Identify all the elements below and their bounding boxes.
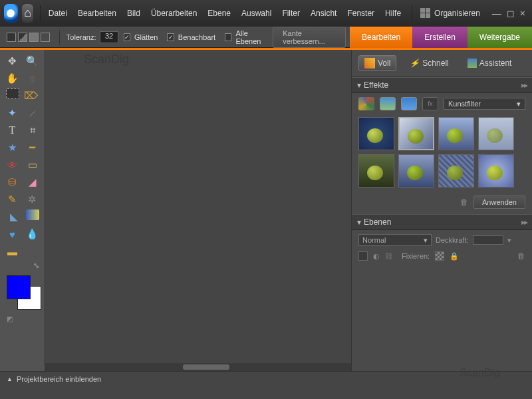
menu-enhance[interactable]: Überarbeiten <box>146 0 202 27</box>
adjustment-layer-icon[interactable]: ◐ <box>373 252 380 261</box>
crop-tool[interactable]: ⌗ <box>25 123 41 138</box>
zoom-tool[interactable]: 🔍 <box>25 54 41 68</box>
dropdown-arrow-icon: ▾ <box>517 100 521 108</box>
delete-layer-icon[interactable]: 🗑 <box>517 251 525 261</box>
magic-wand-tool[interactable]: ✦ <box>5 106 21 120</box>
panels: Voll ⚡Schnell Assistent ▾ Effekte ▸▸ fx … <box>351 50 532 371</box>
default-colors-icon[interactable]: ◩ <box>3 315 42 323</box>
panel-menu-icon[interactable]: ▸▸ <box>521 80 527 90</box>
effect-thumbnail[interactable] <box>398 117 434 150</box>
home-button[interactable]: ⌂ <box>22 4 33 23</box>
menu-help[interactable]: Hilfe <box>380 0 406 27</box>
sponge-tool[interactable]: ▬ <box>5 244 21 259</box>
marquee-tool[interactable] <box>6 88 19 99</box>
lock-all-icon[interactable]: 🔒 <box>450 252 459 261</box>
effect-thumbnail[interactable] <box>358 154 394 188</box>
canvas-area[interactable]: ScanDig <box>45 50 351 371</box>
add-selection-icon[interactable] <box>18 33 27 42</box>
layers-list[interactable]: ScanDig <box>352 265 532 371</box>
effect-thumbnail[interactable] <box>438 154 474 188</box>
project-bin-toggle[interactable]: Projektbereich einblenden <box>17 375 101 383</box>
menu-image[interactable]: Bild <box>122 0 146 27</box>
intersect-selection-icon[interactable] <box>41 33 50 42</box>
selection-mode-icons <box>0 33 57 42</box>
quick-mode-label: Schnell <box>422 59 448 68</box>
lasso-tool[interactable]: ⌦ <box>23 88 39 103</box>
opacity-slider[interactable] <box>473 235 503 245</box>
filters-category-icon[interactable] <box>358 97 374 110</box>
all-category-icon[interactable]: fx <box>422 97 438 110</box>
grid-icon <box>420 8 430 18</box>
effect-thumbnail[interactable] <box>438 117 474 150</box>
contiguous-label: Benachbart <box>174 33 219 41</box>
new-layer-icon[interactable] <box>358 251 368 261</box>
hand-tool[interactable]: ✋ <box>5 71 21 86</box>
bucket-tool[interactable]: ◣ <box>6 209 22 224</box>
photo-effects-category-icon[interactable] <box>401 97 417 110</box>
mode-edit-tab[interactable]: Bearbeiten <box>350 27 412 48</box>
cookie-cutter-tool[interactable]: ★ <box>5 140 21 155</box>
horizontal-scrollbar[interactable] <box>45 363 351 371</box>
mode-share-tab[interactable]: Weitergabe <box>467 27 532 48</box>
move-tool[interactable]: ✥ <box>5 54 21 68</box>
foreground-swatch[interactable] <box>7 275 31 299</box>
lock-pixels-icon[interactable] <box>435 251 444 261</box>
effects-panel-header[interactable]: ▾ Effekte ▸▸ <box>352 77 532 93</box>
pencil-tool[interactable]: ✎ <box>5 192 21 207</box>
subtract-selection-icon[interactable] <box>29 33 39 42</box>
menu-filter[interactable]: Filter <box>277 0 305 27</box>
menu-file[interactable]: Datei <box>43 0 72 27</box>
antialias-checkbox[interactable]: ✓ <box>124 33 130 41</box>
new-selection-icon[interactable] <box>7 33 16 42</box>
effect-thumbnail[interactable] <box>358 117 394 150</box>
color-swatches[interactable] <box>7 275 41 310</box>
quick-select-tool[interactable]: ⟋ <box>25 106 41 120</box>
styles-category-icon[interactable] <box>380 97 396 110</box>
all-layers-checkbox[interactable] <box>225 33 231 41</box>
expand-project-icon[interactable]: ▲ <box>7 376 13 382</box>
tolerance-input[interactable]: 32 <box>100 31 118 43</box>
layers-title: Ebenen <box>364 217 391 227</box>
menu-view[interactable]: Ansicht <box>305 0 342 27</box>
contiguous-checkbox[interactable]: ✓ <box>167 33 174 41</box>
delete-effect-icon[interactable]: 🗑 <box>460 198 468 207</box>
type-tool[interactable]: T <box>5 123 21 138</box>
filter-dropdown[interactable]: Kunstfilter▾ <box>444 98 525 110</box>
maximize-button[interactable]: ◻ <box>507 8 515 19</box>
menu-select[interactable]: Auswahl <box>236 0 277 27</box>
app-logo-icon <box>4 4 18 23</box>
effect-thumbnail[interactable] <box>478 154 514 188</box>
smart-brush-tool[interactable]: ✲ <box>25 192 41 207</box>
redeye-tool[interactable]: 👁 <box>5 158 21 172</box>
dropdown-arrow-icon[interactable]: ▾ <box>507 236 511 245</box>
eraser-tool[interactable]: ◢ <box>25 175 41 190</box>
organize-button[interactable]: Organisieren <box>406 5 485 21</box>
layers-panel-header[interactable]: ▾ Ebenen ▸▸ <box>352 214 532 230</box>
effect-thumbnail[interactable] <box>478 117 514 150</box>
clone-tool[interactable]: ⛁ <box>5 175 21 190</box>
healing-tool[interactable]: ▭ <box>25 158 41 172</box>
edit-mode-guided[interactable]: Assistent <box>462 55 518 71</box>
eyedropper-tool[interactable]: 𖤓 <box>25 71 41 86</box>
straighten-tool[interactable]: ━ <box>25 140 41 155</box>
shape-tool[interactable]: ♥ <box>5 227 21 241</box>
blur-tool[interactable]: 💧 <box>25 227 41 241</box>
menu-window[interactable]: Fenster <box>342 0 380 27</box>
mode-create-tab[interactable]: Erstellen <box>412 27 467 48</box>
swap-colors-icon[interactable]: ⤡ <box>3 261 42 270</box>
apply-effect-button[interactable]: Anwenden <box>473 196 525 209</box>
refine-edge-button[interactable]: Kante verbessern... <box>273 27 346 48</box>
edit-mode-quick[interactable]: ⚡Schnell <box>403 55 454 71</box>
gradient-tool[interactable] <box>26 209 39 220</box>
link-layers-icon[interactable]: ⛓ <box>385 252 392 260</box>
close-button[interactable]: × <box>520 8 525 19</box>
options-bar: Toleranz: 32 ✓ Glätten ✓ Benachbart Alle… <box>0 27 532 48</box>
menu-layer[interactable]: Ebene <box>202 0 236 27</box>
toolbox: ✥🔍 ✋𖤓 ⌦ ✦⟋ T⌗ ★━ 👁▭ ⛁◢ ✎✲ ◣ ♥💧 ▬ ⤡ ◩ <box>0 50 45 371</box>
effect-thumbnail[interactable] <box>398 154 434 188</box>
minimize-button[interactable]: — <box>492 8 501 19</box>
menu-edit[interactable]: Bearbeiten <box>72 0 122 27</box>
panel-menu-icon[interactable]: ▸▸ <box>521 217 527 227</box>
edit-mode-full[interactable]: Voll <box>358 55 396 71</box>
blend-mode-dropdown[interactable]: Normal▾ <box>358 234 432 246</box>
